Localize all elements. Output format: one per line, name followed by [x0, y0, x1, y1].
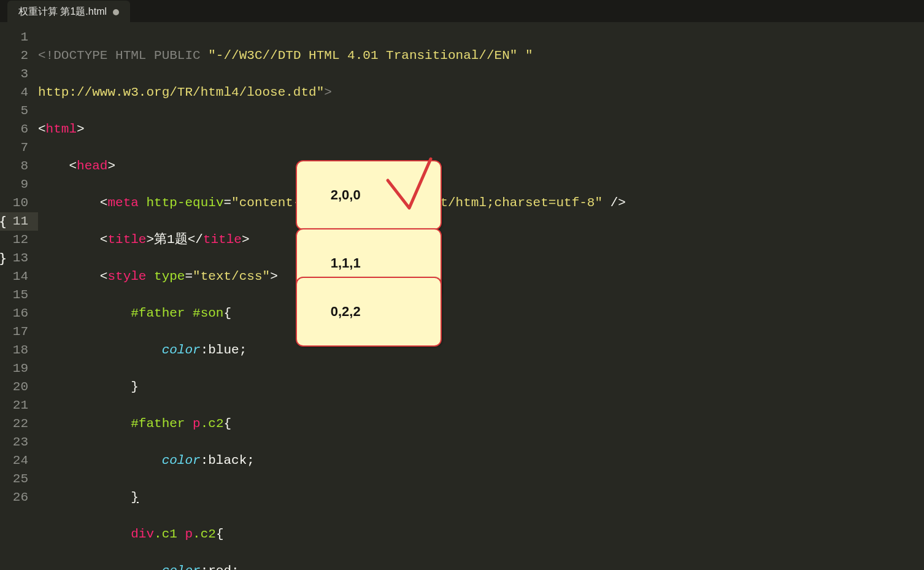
code-line: #father #son{ — [38, 304, 924, 323]
line-number: 24 — [0, 452, 28, 470]
code-line: <head> — [38, 157, 924, 175]
code-line: <!DOCTYPE HTML PUBLIC "-//W3C//DTD HTML … — [38, 47, 924, 65]
code-line: <html> — [38, 120, 924, 139]
line-number: 16 — [0, 304, 28, 323]
line-number: 1 — [0, 28, 28, 47]
line-number: 8 — [0, 157, 28, 175]
line-number: 23 — [0, 433, 28, 452]
code-line: <meta http-equiv="content-type" content=… — [38, 194, 924, 212]
line-number: 17 — [0, 323, 28, 341]
line-number: 25 — [0, 470, 28, 488]
code-line: #father p.c2{ — [38, 415, 924, 433]
line-number: 2 — [0, 47, 28, 65]
line-number: 19 — [0, 360, 28, 378]
line-number: 10 — [0, 194, 28, 212]
line-number: 15 — [0, 286, 28, 304]
code-area[interactable]: <!DOCTYPE HTML PUBLIC "-//W3C//DTD HTML … — [38, 22, 924, 570]
line-number: 5 — [0, 102, 28, 120]
code-line: } — [38, 488, 924, 507]
tab-title: 权重计算 第1题.html — [18, 6, 107, 18]
code-line: } — [38, 378, 924, 396]
line-number: 22 — [0, 415, 28, 433]
line-number: 7 — [0, 139, 28, 157]
line-number: 26 — [0, 488, 28, 507]
line-number: 4 — [0, 83, 28, 102]
annotation-text: 0,2,2 — [331, 304, 361, 319]
line-number: 21 — [0, 396, 28, 415]
line-number: 14 — [0, 268, 28, 286]
annotation-text: 2,0,0 — [331, 187, 361, 202]
code-line: color:black; — [38, 452, 924, 470]
code-line: color:blue; — [38, 341, 924, 360]
annotation-box-1: 2,0,0 — [296, 160, 442, 230]
code-line: color:red; — [38, 562, 924, 570]
modified-dot-icon — [113, 9, 119, 15]
fold-open-icon[interactable]: { — [0, 212, 7, 231]
line-number: 12 — [0, 231, 28, 249]
line-number: 9 — [0, 175, 28, 194]
line-number: 20 — [0, 378, 28, 396]
annotation-text: 1,1,1 — [331, 255, 361, 271]
file-tab[interactable]: 权重计算 第1题.html — [7, 1, 130, 22]
editor: { } 1 2 3 4 5 6 7 8 9 10 11 12 13 14 15 … — [0, 22, 924, 570]
annotation-box-3: 0,2,2 — [296, 277, 442, 347]
code-line: <title>第1题</title> — [38, 231, 924, 249]
code-line: div.c1 p.c2{ — [38, 525, 924, 544]
fold-close-icon[interactable]: } — [0, 249, 7, 268]
line-number: 6 — [0, 120, 28, 139]
line-number: 3 — [0, 65, 28, 83]
code-line: http://www.w3.org/TR/html4/loose.dtd"> — [38, 83, 924, 102]
line-number: 18 — [0, 341, 28, 360]
tab-bar: 权重计算 第1题.html — [0, 0, 924, 22]
line-number-gutter: { } 1 2 3 4 5 6 7 8 9 10 11 12 13 14 15 … — [0, 22, 38, 570]
code-line: <style type="text/css"> — [38, 268, 924, 286]
